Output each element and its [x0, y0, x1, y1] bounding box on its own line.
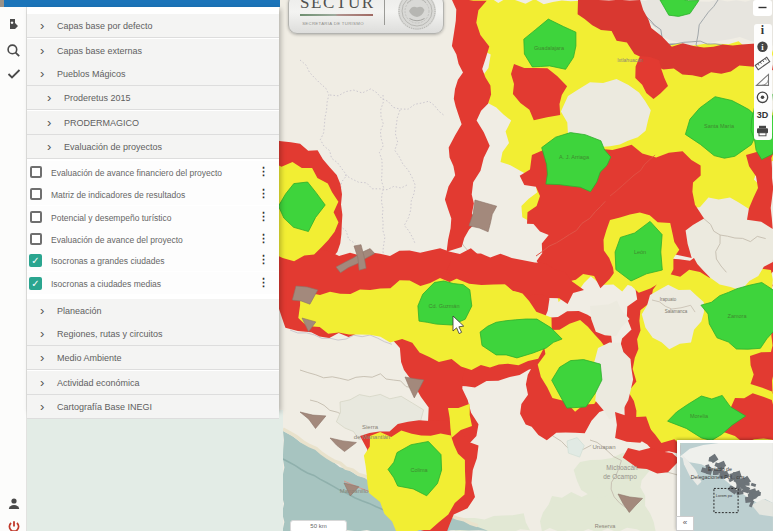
svg-text:Delegaciones Pol.. cos: Delegaciones Pol.. cos: [691, 474, 745, 480]
svg-text:Reserva: Reserva: [595, 523, 616, 529]
svg-text:Michoacán: Michoacán: [606, 464, 638, 471]
svg-text:Manzanillo: Manzanillo: [340, 488, 369, 494]
svg-text:Morelia: Morelia: [690, 413, 709, 419]
svg-text:Sierra: Sierra: [362, 424, 379, 430]
svg-text:Guadalajara: Guadalajara: [534, 45, 565, 51]
svg-text:Salamanca: Salamanca: [665, 309, 688, 314]
svg-text:Ixtlahuacán: Ixtlahuacán: [617, 57, 643, 63]
svg-text:Estado de: Estado de: [708, 466, 732, 472]
svg-text:de Manantlán: de Manantlán: [354, 434, 390, 440]
svg-text:Santa María: Santa María: [704, 123, 735, 129]
svg-text:León: León: [634, 249, 646, 255]
svg-text:Cd. Guzmán: Cd. Guzmán: [429, 303, 460, 309]
svg-text:Irapuato: Irapuato: [660, 297, 677, 302]
svg-text:SECRETARÍA DE TURISMO: SECRETARÍA DE TURISMO: [302, 21, 364, 26]
svg-text:A. J. Arriaga: A. J. Arriaga: [559, 154, 590, 160]
svg-text:Uruapan: Uruapan: [592, 444, 615, 450]
svg-text:Lorem po: Lorem po: [716, 494, 732, 498]
svg-text:Colima: Colima: [410, 467, 428, 473]
svg-text:Zamora: Zamora: [728, 313, 748, 319]
svg-text:de Ocampo: de Ocampo: [603, 473, 637, 481]
